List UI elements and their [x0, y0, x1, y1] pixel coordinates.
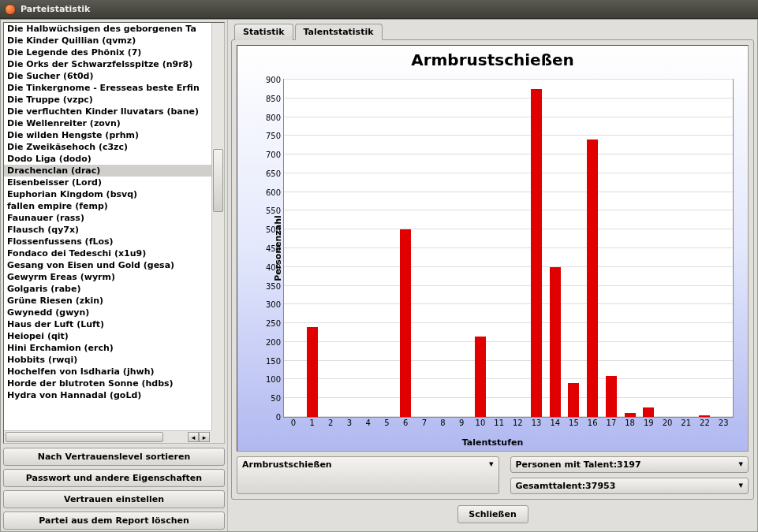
- list-item[interactable]: Die Legende des Phönix (7): [4, 47, 211, 58]
- list-item[interactable]: Heiopei (qit): [4, 330, 211, 342]
- xtick: 18: [625, 419, 635, 427]
- list-item[interactable]: Fondaco dei Tedeschi (x1u9): [4, 247, 211, 259]
- xtick: 13: [532, 419, 542, 427]
- list-item[interactable]: Die Kinder Quillian (qvmz): [4, 35, 211, 47]
- ytick: 600: [266, 188, 281, 196]
- ytick: 850: [266, 94, 281, 102]
- bar: [568, 383, 579, 417]
- plot-area: 0501001502002503003504004505005506006507…: [283, 79, 734, 418]
- ytick: 50: [271, 394, 281, 403]
- talent-select[interactable]: Armbrustschießen: [237, 456, 499, 494]
- scrollbar-thumb[interactable]: [6, 432, 163, 442]
- tab-panel: Armbrustschießen Personenzahl 0501001502…: [231, 39, 754, 500]
- tab-bar: Statistik Talentstatistik: [234, 23, 754, 39]
- list-item[interactable]: Grüne Riesen (zkin): [4, 295, 211, 307]
- list-item[interactable]: Dodo Liga (dodo): [4, 153, 211, 165]
- xtick: 8: [440, 419, 445, 427]
- list-item[interactable]: Golgaris (rabe): [4, 283, 211, 295]
- chart-title: Armbrustschießen: [237, 50, 748, 69]
- tab-talentstatistik[interactable]: Talentstatistik: [295, 24, 383, 40]
- xtick: 23: [719, 419, 729, 427]
- list-item[interactable]: Die Tinkergnome - Eresseas beste Erfin: [4, 82, 211, 94]
- list-item[interactable]: Euphorian Kingdom (bsvq): [4, 188, 211, 200]
- xtick: 5: [384, 419, 389, 427]
- scroll-right-icon[interactable]: ▸: [199, 432, 210, 442]
- close-icon[interactable]: [5, 4, 16, 15]
- xtick: 15: [569, 419, 579, 427]
- xtick: 2: [328, 419, 333, 427]
- ytick: 0: [276, 413, 281, 422]
- set-trust-button[interactable]: Vertrauen einstellen: [3, 490, 225, 508]
- list-item[interactable]: Hini Erchamion (erch): [4, 342, 211, 354]
- scroll-left-icon[interactable]: ◂: [188, 432, 199, 442]
- ytick: 650: [266, 169, 281, 177]
- ytick: 500: [266, 225, 281, 234]
- scrollbar-vertical[interactable]: [211, 23, 224, 430]
- xtick: 1: [309, 419, 314, 427]
- xtick: 10: [476, 419, 486, 427]
- ytick: 700: [266, 151, 281, 159]
- list-item[interactable]: Hobbits (rwqi): [4, 354, 211, 366]
- tab-statistik[interactable]: Statistik: [234, 24, 293, 40]
- ytick: 800: [266, 113, 281, 121]
- password-properties-button[interactable]: Passwort und andere Eigenschaften: [3, 469, 225, 487]
- list-item[interactable]: Gewyrm Ereas (wyrm): [4, 271, 211, 283]
- ytick: 450: [266, 244, 281, 253]
- list-item[interactable]: Eisenbeisser (Lord): [4, 177, 211, 188]
- list-item[interactable]: Die Wellenreiter (zovn): [4, 117, 211, 129]
- list-item[interactable]: Horde der blutroten Sonne (hdbs): [4, 378, 211, 389]
- xtick: 22: [700, 419, 710, 427]
- list-item[interactable]: Die wilden Hengste (prhm): [4, 129, 211, 141]
- bar: [400, 229, 411, 417]
- list-item[interactable]: Die Halbwüchsigen des geborgenen Ta: [4, 23, 211, 35]
- ytick: 250: [266, 319, 281, 328]
- xtick: 3: [347, 419, 352, 427]
- xtick: 17: [607, 419, 617, 427]
- xtick: 20: [663, 419, 673, 427]
- delete-from-report-button[interactable]: Partei aus dem Report löschen: [3, 512, 225, 530]
- bar: [643, 407, 654, 417]
- xtick: 16: [588, 419, 598, 427]
- xtick: 12: [513, 419, 523, 427]
- ytick: 100: [266, 375, 281, 384]
- list-item[interactable]: fallen empire (femp): [4, 200, 211, 212]
- bar: [550, 267, 561, 417]
- persons-select[interactable]: Personen mit Talent:3197: [510, 456, 749, 473]
- ytick: 900: [266, 76, 281, 84]
- bar: [606, 376, 617, 417]
- list-item[interactable]: Hochelfen von Isdharia (jhwh): [4, 366, 211, 378]
- list-item[interactable]: Faunauer (rass): [4, 212, 211, 224]
- xtick: 14: [550, 419, 560, 427]
- total-talent-select[interactable]: Gesamttalent:37953: [510, 478, 749, 494]
- bar: [307, 327, 318, 417]
- list-item[interactable]: Die Truppe (vzpc): [4, 94, 211, 106]
- xtick: 11: [494, 419, 504, 427]
- list-item[interactable]: Die verfluchten Kinder Iluvatars (bane): [4, 106, 211, 117]
- close-button[interactable]: Schließen: [457, 505, 528, 523]
- list-item[interactable]: Hydra von Hannadal (goLd): [4, 389, 211, 401]
- list-item[interactable]: Die Zweikäsehoch (c3zc): [4, 141, 211, 153]
- ytick: 550: [266, 206, 281, 215]
- scrollbar-thumb[interactable]: [213, 149, 223, 212]
- scrollbar-horizontal[interactable]: ◂ ▸: [4, 430, 211, 443]
- bar: [531, 89, 542, 417]
- list-item[interactable]: Drachenclan (drac): [4, 165, 211, 177]
- list-item[interactable]: Gwynedd (gwyn): [4, 307, 211, 318]
- bar: [625, 413, 636, 417]
- xtick: 0: [291, 419, 296, 427]
- list-item[interactable]: Die Orks der Schwarzfelsspitze (n9r8): [4, 58, 211, 70]
- list-item[interactable]: Haus der Luft (Luft): [4, 318, 211, 330]
- list-item[interactable]: Flossenfussens (fLos): [4, 236, 211, 247]
- bar: [587, 140, 598, 417]
- list-item[interactable]: Flausch (qy7x): [4, 224, 211, 236]
- ytick: 150: [266, 356, 281, 365]
- sort-by-trust-button[interactable]: Nach Vertrauenslevel sortieren: [3, 448, 225, 466]
- window-titlebar: Parteistatistik: [0, 0, 758, 19]
- window-title: Parteistatistik: [21, 4, 90, 14]
- list-item[interactable]: Die Sucher (6t0d): [4, 70, 211, 82]
- chart-xlabel: Talentstufen: [237, 437, 748, 448]
- ytick: 750: [266, 132, 281, 140]
- list-item[interactable]: Gesang von Eisen und Gold (gesa): [4, 259, 211, 271]
- ytick: 200: [266, 337, 281, 346]
- xtick: 4: [366, 419, 371, 427]
